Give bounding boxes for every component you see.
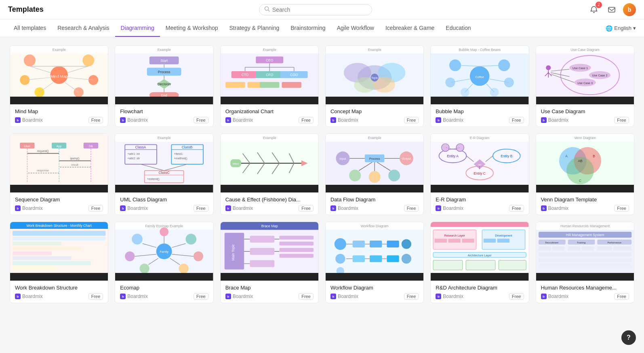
template-thumbnail-18: Human Resources Management HR Management… (536, 222, 634, 281)
tab-icebreaker[interactable]: Icebreaker & Game (380, 19, 440, 37)
svg-rect-309 (539, 246, 551, 250)
search-icon (264, 6, 270, 13)
notifications-button[interactable]: 2 (587, 3, 600, 16)
svg-text:Use Case Diagram: Use Case Diagram (570, 48, 600, 52)
tab-agile[interactable]: Agile Workflow (331, 19, 380, 37)
tab-education[interactable]: Education (440, 19, 476, 37)
tab-research[interactable]: Research & Analysis (52, 19, 115, 37)
svg-rect-105 (536, 97, 634, 104)
template-meta-4: b Boardmix Free (330, 117, 419, 123)
svg-rect-160 (221, 185, 318, 192)
svg-rect-269 (370, 255, 382, 262)
template-meta-15: b Boardmix Free (225, 293, 314, 300)
svg-rect-296 (497, 239, 509, 243)
svg-point-193 (442, 144, 449, 151)
template-title-3: Organizational Chart (225, 108, 314, 114)
template-thumbnail-17: Research Layer Architecture Layer Develo… (431, 222, 528, 281)
template-card-18[interactable]: Human Resources Management HR Management… (536, 222, 634, 303)
template-title-10: Data Flow Diagram (330, 197, 419, 203)
brand-info-4: b Boardmix (330, 117, 358, 123)
svg-text:Input: Input (339, 157, 346, 161)
template-card-3[interactable]: Example CEO CTO CFO COO Organizational C… (220, 45, 319, 127)
free-badge-10: Free (404, 205, 419, 211)
free-badge-9: Free (299, 205, 314, 211)
template-card-8[interactable]: Example ClassA +attr1: int +attr2: str C… (115, 133, 213, 215)
language-selector[interactable]: 🌐 English ▾ (606, 25, 636, 32)
template-meta-3: b Boardmix Free (225, 117, 314, 123)
svg-text:Coffee: Coffee (476, 75, 484, 79)
brand-info-17: b Boardmix (436, 294, 463, 299)
tab-strategy[interactable]: Strategy & Planning (224, 19, 285, 37)
template-card-4[interactable]: Example Topic Concept Map b Boardmix Fre… (325, 45, 424, 127)
template-meta-9: b Boardmix Free (225, 205, 314, 211)
template-title-15: Brace Map (225, 285, 314, 291)
template-card-16[interactable]: Workflow Diagram Workflow Diagram (325, 222, 424, 303)
search-box[interactable] (259, 4, 372, 15)
svg-text:result: result (71, 163, 78, 167)
template-meta-16: b Boardmix Free (330, 293, 419, 300)
svg-text:ClassA: ClassA (135, 145, 146, 149)
brand-info-8: b Boardmix (120, 205, 148, 211)
template-thumbnail-15: Brace Map Main Topic (221, 222, 318, 281)
template-card-15[interactable]: Brace Map Main Topic Brace Map b Boardm (220, 222, 319, 303)
template-meta-18: b Boardmix Free (541, 293, 629, 300)
svg-rect-255 (279, 241, 314, 245)
brand-info-9: b Boardmix (225, 205, 253, 211)
svg-text:A: A (565, 154, 568, 158)
template-card-7[interactable]: User App DB request() query() result res… (10, 133, 108, 215)
svg-point-227 (186, 234, 197, 245)
tab-all[interactable]: All templates (8, 19, 52, 37)
tab-meeting[interactable]: Meeting & Workshop (160, 19, 224, 37)
svg-point-230 (140, 264, 149, 273)
template-card-12[interactable]: Venn Diagram A B C AB Venn Diagram Templ… (536, 133, 634, 215)
avatar[interactable]: b (623, 3, 636, 16)
brand-logo-2: b (120, 117, 126, 123)
svg-text:Example: Example (158, 136, 171, 140)
template-card-9[interactable]: Example Effect Cause & Effect (Fishbone)… (220, 133, 319, 215)
template-card-6[interactable]: Use Case Diagram Use Case 1 Use Case 2 U… (536, 45, 634, 127)
mail-button[interactable] (605, 3, 618, 16)
template-title-18: Human Resources Manageme... (541, 285, 629, 291)
brand-info-5: b Boardmix (436, 117, 463, 123)
template-info-10: Data Flow Diagram b Boardmix Free (326, 192, 423, 215)
template-card-5[interactable]: Bubble Map - Coffee Beans Coffee Bubble … (430, 45, 529, 127)
free-badge-1: Free (88, 117, 103, 123)
svg-rect-267 (387, 241, 399, 247)
template-card-1[interactable]: Mind Map Example Mind Map b (10, 45, 108, 127)
brand-info-2: b Boardmix (120, 117, 148, 123)
svg-text:Topic: Topic (371, 76, 378, 80)
template-card-10[interactable]: Example Input Process Output Data Flow D… (325, 133, 424, 215)
svg-text:rel: rel (478, 163, 481, 167)
free-badge-15: Free (299, 293, 314, 300)
template-title-4: Concept Map (330, 108, 419, 114)
tab-brainstorming[interactable]: Brainstorming (285, 19, 331, 37)
tab-diagramming[interactable]: Diagramming (115, 19, 160, 37)
svg-rect-212 (13, 231, 105, 236)
free-badge-14: Free (194, 293, 208, 300)
brand-name-11: Boardmix (443, 205, 463, 211)
svg-rect-22 (10, 97, 108, 104)
brand-info-6: b Boardmix (541, 117, 569, 123)
template-card-2[interactable]: Example Start Process Decision End Flowc… (115, 45, 213, 127)
svg-rect-298 (536, 222, 634, 281)
brand-info-18: b Boardmix (541, 294, 569, 299)
template-card-17[interactable]: Research Layer Architecture Layer Develo… (430, 222, 529, 303)
free-badge-2: Free (194, 117, 208, 123)
template-card-14[interactable]: Family Ecomap Example Family Ecomap (115, 222, 213, 303)
svg-rect-178 (326, 185, 423, 192)
svg-rect-220 (10, 273, 108, 281)
svg-text:Example: Example (53, 48, 66, 52)
svg-text:COO: COO (290, 73, 298, 77)
svg-text:Human Resources Management: Human Resources Management (560, 224, 610, 228)
svg-rect-310 (552, 246, 564, 250)
search-input[interactable] (272, 6, 367, 13)
brand-info-7: b Boardmix (15, 205, 43, 211)
template-card-13[interactable]: Work Breakdown Structure - Monthly Chart… (10, 222, 108, 303)
svg-rect-285 (435, 239, 447, 243)
template-card-11[interactable]: E-R Diagram Entity A Entity B Entity C r… (430, 133, 529, 215)
template-title-8: UML Class Diagram (120, 197, 208, 203)
template-title-13: Work Breakdown Structure (15, 285, 103, 291)
brand-logo-9: b (225, 205, 231, 211)
svg-text:+method(): +method() (174, 156, 187, 160)
template-thumbnail-16: Workflow Diagram (326, 222, 423, 281)
